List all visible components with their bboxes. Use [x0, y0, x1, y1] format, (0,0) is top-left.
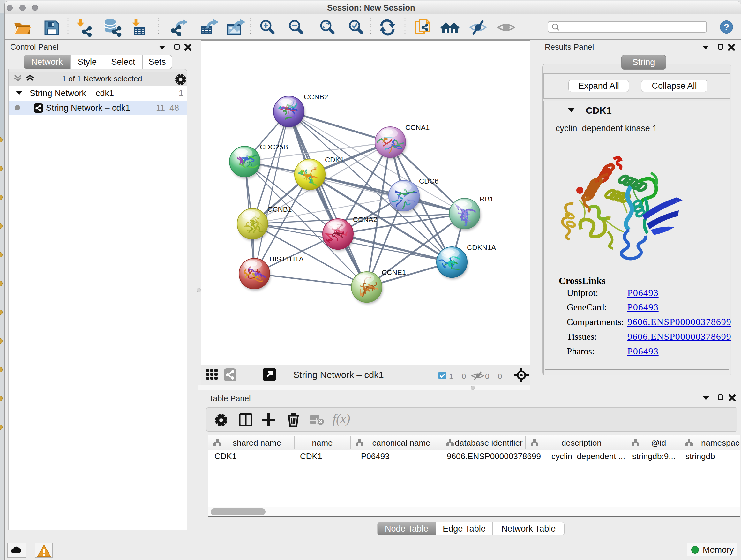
svg-text:CCNB2: CCNB2: [304, 93, 328, 101]
svg-text:CCNE1: CCNE1: [382, 268, 406, 276]
svg-text:CDC6: CDC6: [419, 177, 439, 185]
svg-text:CCNA1: CCNA1: [405, 124, 429, 132]
svg-text:CDK1: CDK1: [325, 156, 344, 164]
svg-text:HIST1H1A: HIST1H1A: [269, 255, 304, 263]
svg-text:CCNA2: CCNA2: [353, 215, 377, 224]
svg-text:RB1: RB1: [480, 195, 494, 203]
svg-text:CDC25B: CDC25B: [260, 143, 288, 151]
svg-text:CCNB1: CCNB1: [267, 205, 292, 213]
svg-text:CDKN1A: CDKN1A: [467, 244, 496, 252]
